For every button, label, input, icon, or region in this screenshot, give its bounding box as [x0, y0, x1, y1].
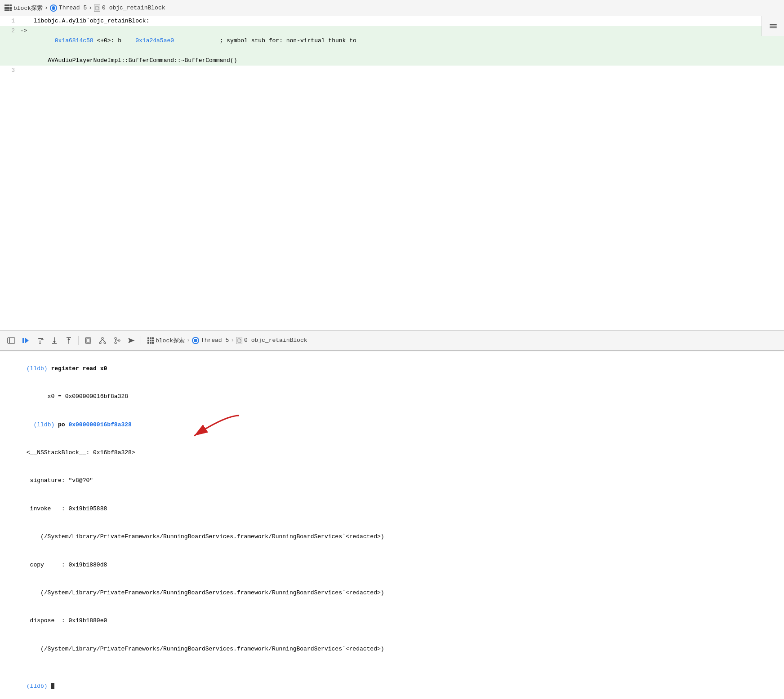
svg-marker-11 [67, 338, 70, 340]
console-line-3-wrapper: (lldb) po 0x000000016bf8a328 [5, 411, 779, 439]
svg-marker-8 [53, 341, 56, 343]
console-prompt-1: (lldb) [27, 365, 48, 372]
red-arrow-annotation [158, 411, 248, 451]
svg-point-20 [115, 337, 116, 339]
console-out-10: dispose : 0x19b1880e0 [27, 617, 107, 624]
console-out-6: invoke : 0x19b195888 [27, 505, 107, 512]
console-cmd-3: po 0x000000016bf8a328 [54, 421, 132, 428]
svg-point-21 [115, 342, 116, 344]
address-1: 0x1a6814c58 [55, 37, 94, 44]
console-prompt-line[interactable]: (lldb) [5, 672, 779, 699]
breakpoint-button[interactable] [81, 334, 95, 347]
toolbar-divider-1 [78, 336, 79, 345]
svg-marker-3 [25, 338, 29, 343]
toolbar-scope-icon [147, 337, 154, 344]
run-button[interactable] [19, 334, 32, 347]
comment: ; symbol stub for: non-virtual thunk to [174, 37, 356, 44]
toolbar-scope-label: block探索 [156, 336, 185, 345]
console-line-1: (lldb) register read x0 [5, 355, 779, 383]
line-content-2c: AVAudioPlayerNodeImpl::BufferCommand::~B… [34, 56, 784, 66]
console-out-4: <__NSStackBlock__: 0x16bf8a328> [27, 449, 135, 456]
branch-button[interactable] [110, 334, 124, 347]
svg-point-17 [104, 342, 106, 344]
console-line-7: (/System/Library/PrivateFrameworks/Runni… [5, 523, 779, 551]
console-cursor [48, 683, 51, 690]
send-button[interactable] [125, 334, 138, 347]
toolbar-breadcrumb-sep1: › [187, 337, 190, 344]
code-line-3: 3 [0, 66, 784, 75]
code-line-1: 1 libobjc.A.dylib`objc_retainBlock: [0, 16, 784, 26]
fork-button[interactable] [96, 334, 109, 347]
toolbar-divider-2 [141, 336, 141, 345]
breadcrumb-file: 0 objc_retainBlock [102, 4, 165, 11]
console-line-10: dispose : 0x19b1880e0 [5, 607, 779, 635]
breadcrumb-separator-2: › [89, 4, 92, 11]
console-line-3: (lldb) po 0x000000016bf8a328 [5, 411, 779, 439]
svg-point-15 [102, 337, 103, 339]
file-icon [94, 4, 100, 12]
breadcrumb-scope: block探索 [13, 4, 43, 12]
svg-line-19 [102, 339, 105, 342]
scope-icon [4, 4, 12, 12]
console-out-11: (/System/Library/PrivateFrameworks/Runni… [27, 646, 384, 652]
console-prompt-3: (lldb) [33, 421, 54, 428]
toolbar-breadcrumb-sep2: › [231, 337, 234, 344]
toolbar-file-icon [236, 337, 242, 344]
panel-toggle-button[interactable] [4, 334, 18, 347]
console-line-8: copy : 0x19b1880d8 [5, 551, 779, 579]
console-line-4: <__NSStackBlock__: 0x16bf8a328> [5, 439, 779, 467]
console-line-12 [5, 663, 779, 672]
svg-marker-6 [39, 343, 41, 344]
toolbar-thread-icon [192, 337, 199, 344]
line-number-2: 2 [0, 26, 20, 36]
console-out-9: (/System/Library/PrivateFrameworks/Runni… [27, 589, 384, 596]
console-line-5: signature: "v8@?0" [5, 467, 779, 495]
console-out-5: signature: "v8@?0" [27, 477, 93, 484]
console-out-7: (/System/Library/PrivateFrameworks/Runni… [27, 533, 384, 540]
console-line-11: (/System/Library/PrivateFrameworks/Runni… [5, 635, 779, 663]
console-line-6: invoke : 0x19b195888 [5, 495, 779, 523]
title-bar: block探索 › Thread 5 › 0 objc_retainBlock [0, 0, 784, 16]
toolbar-thread-label: Thread 5 [201, 337, 229, 344]
line-arrow-2: -> [20, 26, 34, 36]
svg-rect-0 [8, 338, 15, 343]
toolbar-file-label: 0 objc_retainBlock [244, 337, 307, 344]
line-number-3: 3 [0, 66, 20, 75]
thread-icon [50, 4, 57, 12]
console-cursor-block [51, 683, 54, 689]
svg-point-22 [118, 340, 120, 341]
code-line-2-continuation: AVAudioPlayerNodeImpl::BufferCommand::~B… [0, 56, 784, 66]
code-area: 1 libobjc.A.dylib`objc_retainBlock: 2 ->… [0, 16, 784, 331]
offset: <+0>: b [94, 37, 136, 44]
step-over-button[interactable] [33, 334, 47, 347]
step-out-button[interactable] [62, 334, 76, 347]
code-line-2: 2 -> 0x1a6814c58 <+0>: b 0x1a24a5ae0 ; s… [0, 26, 784, 56]
sidebar-list-button[interactable] [762, 16, 784, 36]
console-final-prompt: (lldb) [27, 683, 48, 690]
console-line-2: x0 = 0x000000016bf8a328 [5, 383, 779, 411]
svg-rect-2 [22, 338, 24, 343]
line-content-1: libobjc.A.dylib`objc_retainBlock: [34, 16, 784, 26]
console-out-2: x0 = 0x000000016bf8a328 [27, 393, 128, 400]
toolbar: block探索 › Thread 5 › 0 objc_retainBlock [0, 331, 784, 350]
svg-line-18 [100, 339, 102, 342]
breadcrumb-separator-1: › [45, 4, 48, 11]
breadcrumb-thread: Thread 5 [59, 4, 87, 11]
console-line-9: (/System/Library/PrivateFrameworks/Runni… [5, 579, 779, 607]
console-out-8: copy : 0x19b1880d8 [27, 562, 107, 568]
toolbar-breadcrumb: block探索 › Thread 5 › 0 objc_retainBlock [147, 336, 307, 345]
svg-rect-14 [86, 339, 90, 342]
step-in-button[interactable] [48, 334, 61, 347]
svg-point-16 [99, 342, 101, 344]
line-content-2: 0x1a6814c58 <+0>: b 0x1a24a5ae0 ; symbol… [34, 26, 784, 56]
console-area[interactable]: (lldb) register read x0 x0 = 0x000000016… [0, 351, 784, 699]
list-icon [770, 24, 777, 28]
line-number-1: 1 [0, 16, 20, 26]
address-2: 0x1a24a5ae0 [135, 37, 174, 44]
console-cmd-1: register read x0 [48, 365, 107, 372]
